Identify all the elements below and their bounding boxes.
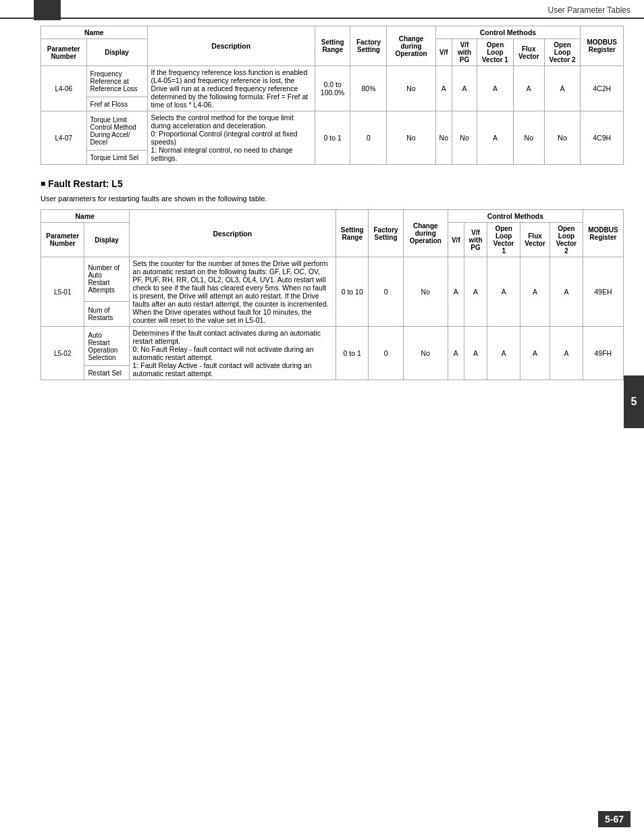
description-col-header-2: Description [129,210,336,257]
vf-l5-01: A [448,257,464,327]
control-methods-header-2: Control Methods [448,210,583,223]
modbus-l5-02: 49FH [583,327,623,380]
olv2-l5-01: A [550,257,583,327]
display-l4-06: Fref at Floss [86,97,147,111]
param-num-l5-01: L5-01 [41,257,84,327]
name-l5-02: Auto Restart Operation Selection [84,327,129,366]
vf-l4-07: No [435,111,452,165]
param-num-sub-header: Parameter Number [41,39,87,66]
page-header: User Parameter Tables [0,0,644,19]
display-l5-01: Num of Restarts [84,301,129,326]
range-l5-02: 0 to 1 [336,327,369,380]
open-loop-v1-header: Open Loop Vector 1 [477,39,514,66]
vfpg-l4-07: No [452,111,477,165]
desc-l4-06: If the frequency reference loss function… [147,66,315,111]
flux-l5-01: A [520,257,549,327]
param-num-l4-07: L4-07 [41,111,87,165]
factory-l4-07: 0 [350,111,387,165]
table-row: L4-06 Frequency Reference at Reference L… [41,66,624,97]
modbus-l5-01: 49EH [583,257,623,327]
olv2-l4-07: No [544,111,581,165]
modbus-register-header-2: MODBUS Register [583,210,623,257]
display-l4-07: Torque Limit Sel [86,151,147,165]
flux-l5-02: A [520,327,549,380]
range-l4-06: 0.0 to 100.0% [315,66,350,111]
header-title: User Parameter Tables [548,5,631,15]
display-sub-header-2: Display [84,223,129,257]
param-num-l4-06: L4-06 [41,66,87,111]
desc-l5-02: Determines if the fault contact activate… [129,327,336,380]
vfpg-l4-06: A [452,66,477,111]
setting-range-header: Setting Range [315,26,350,66]
table-row: L4-07 Torque Limit Control Method During… [41,111,624,151]
vf-header: V/f [435,39,452,66]
factory-l5-02: 0 [369,327,403,380]
open-loop-v2-header-2: Open Loop Vector 2 [550,223,583,257]
olv1-l4-06: A [477,66,514,111]
display-sub-header: Display [86,39,147,66]
name-l4-07: Torque Limit Control Method During Accel… [86,111,147,151]
flux-vector-header-2: Flux Vector [520,223,549,257]
range-l4-07: 0 to 1 [315,111,350,165]
chapter-number: 5 [624,375,644,428]
description-col-header: Description [147,26,315,66]
open-loop-v1-header-2: Open Loop Vector 1 [487,223,520,257]
vf-pg-header-2: V/f with PG [464,223,487,257]
table-row: L5-01 Number of Auto Restart Attempts Se… [41,257,624,302]
vf-header-2: V/f [448,223,464,257]
flux-l4-06: A [513,66,544,111]
open-loop-v2-header: Open Loop Vector 2 [544,39,581,66]
olv1-l5-02: A [487,327,520,380]
range-l5-01: 0 to 10 [336,257,369,327]
modbus-l4-06: 4C2H [581,66,624,111]
fault-restart-desc: User parameters for restarting faults ar… [41,194,624,203]
change-l5-02: No [403,327,448,380]
name-col-header: Name [41,26,148,39]
olv2-l4-06: A [544,66,581,111]
vfpg-l5-02: A [464,327,487,380]
display-l5-02: Restart Sel [84,366,129,380]
olv1-l4-07: A [477,111,514,165]
table-row: L5-02 Auto Restart Operation Selection D… [41,327,624,366]
page-number-box: 5-67 [598,811,630,827]
factory-setting-header-2: Factory Setting [369,210,403,257]
desc-l5-01: Sets the counter for the number of times… [129,257,336,327]
param-num-l5-02: L5-02 [41,327,84,380]
vf-l4-06: A [435,66,452,111]
change-l5-01: No [403,257,448,327]
flux-l4-07: No [513,111,544,165]
factory-l4-06: 80% [350,66,387,111]
vfpg-l5-01: A [464,257,487,327]
change-l4-06: No [387,66,435,111]
vf-pg-header: V/f with PG [452,39,477,66]
name-l5-01: Number of Auto Restart Attempts [84,257,129,302]
vf-l5-02: A [448,327,464,380]
factory-setting-header: Factory Setting [350,26,387,66]
name-col-header-2: Name [41,210,130,223]
l4-table: Name Description Setting Range Factory S… [41,26,624,165]
l5-table: Name Description Setting Range Factory S… [41,209,624,380]
modbus-register-header: MODBUS Register [581,26,624,66]
change-l4-07: No [387,111,435,165]
fault-restart-section-title: Fault Restart: L5 [41,178,624,189]
desc-l4-07: Selects the control method for the torqu… [147,111,315,165]
fault-restart-title-text: Fault Restart: L5 [48,178,122,189]
content-area: Name Description Setting Range Factory S… [0,19,644,407]
modbus-l4-07: 4C9H [581,111,624,165]
param-num-sub-header-2: Parameter Number [41,223,84,257]
olv1-l5-01: A [487,257,520,327]
change-during-op-header: Change during Operation [387,26,435,66]
top-black-bar [34,0,61,20]
factory-l5-01: 0 [369,257,403,327]
olv2-l5-02: A [550,327,583,380]
name-l4-06: Frequency Reference at Reference Loss [86,66,147,97]
setting-range-header-2: Setting Range [336,210,369,257]
control-methods-header: Control Methods [435,26,581,39]
change-during-op-header-2: Change during Operation [403,210,448,257]
flux-vector-header: Flux Vector [513,39,544,66]
